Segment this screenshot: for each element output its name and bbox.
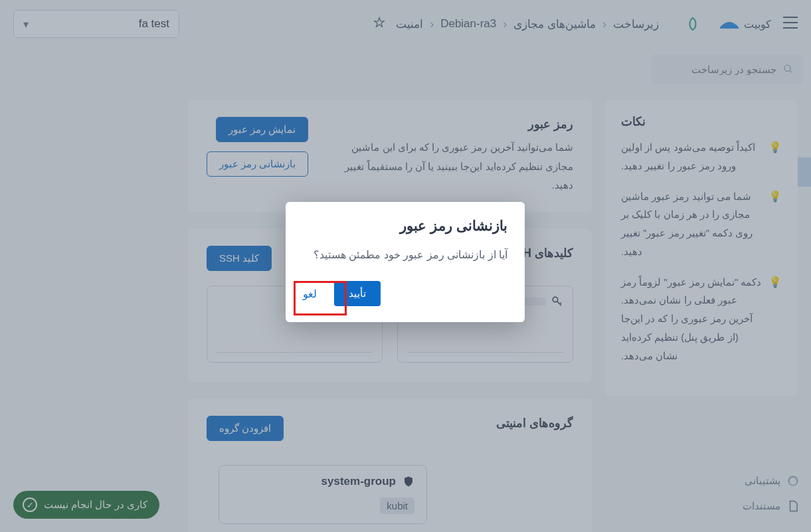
confirm-button[interactable]: تأیید [334, 281, 381, 306]
cancel-button[interactable]: لغو [303, 288, 317, 300]
modal-title: بازنشانی رمز عبور [303, 218, 507, 234]
reset-password-modal: بازنشانی رمز عبور آیا از بازنشانی رمز عب… [286, 202, 525, 322]
modal-message: آیا از بازنشانی رمز عبور خود مطمئن هستید… [303, 248, 507, 261]
